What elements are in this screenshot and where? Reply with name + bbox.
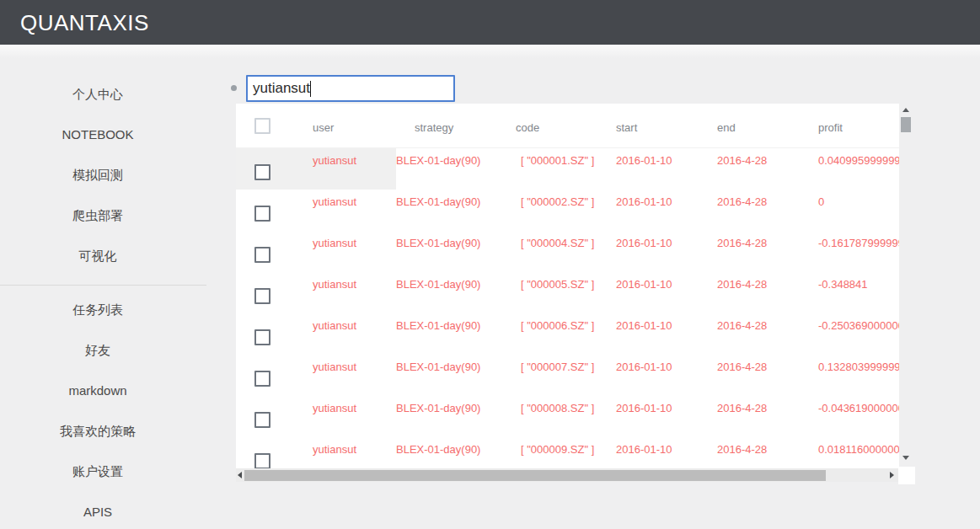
sidebar-divider: [0, 285, 206, 286]
sidebar-item-task-list[interactable]: 任务列表: [0, 290, 195, 330]
row-checkbox[interactable]: [254, 288, 270, 304]
cell-end: 2016-4-28: [716, 231, 817, 272]
cell-profit: 0: [817, 190, 899, 231]
vertical-scrollbar-thumb[interactable]: [901, 117, 911, 132]
row-checkbox[interactable]: [254, 412, 270, 428]
row-checkbox[interactable]: [254, 453, 270, 468]
cell-code: [ "000008.SZ" ]: [514, 396, 615, 437]
cell-user: yutiansut: [295, 272, 396, 313]
table-row: yutiansut BLEX-01-day(90) [ "000007.SZ" …: [236, 355, 899, 396]
table-row: yutiansut BLEX-01-day(90) [ "000005.SZ" …: [236, 272, 899, 313]
cell-strategy: BLEX-01-day(90): [396, 148, 514, 190]
cell-start: 2016-01-10: [615, 355, 716, 396]
cell-user: yutiansut: [295, 396, 396, 437]
user-search-input[interactable]: [246, 75, 455, 102]
cell-profit: -0.2503690000000: [817, 313, 899, 355]
table-row: yutiansut BLEX-01-day(90) [ "000008.SZ" …: [236, 396, 899, 437]
column-header-code: code: [514, 104, 615, 147]
cell-strategy: BLEX-01-day(90): [396, 190, 514, 231]
cell-code: [ "000007.SZ" ]: [514, 355, 615, 396]
cell-user: yutiansut: [295, 437, 396, 468]
sidebar-item-personal-center[interactable]: 个人中心: [0, 74, 195, 115]
cell-start: 2016-01-10: [615, 313, 716, 355]
sidebar-item-friends[interactable]: 好友: [0, 330, 195, 371]
scrollbar-corner: [898, 467, 915, 484]
text-cursor: [310, 81, 311, 97]
app-title: QUANTAXIS: [20, 9, 149, 35]
cell-strategy: BLEX-01-day(90): [396, 313, 514, 355]
results-table: user strategy code start end profit yuti…: [236, 104, 899, 468]
cell-user: yutiansut: [295, 313, 396, 355]
sidebar-item-notebook[interactable]: NOTEBOOK: [0, 115, 195, 155]
column-header-user: user: [295, 104, 396, 147]
cell-user: yutiansut: [295, 190, 396, 231]
cell-profit: -0.1617879999999: [817, 231, 899, 272]
cell-user: yutiansut: [295, 355, 396, 396]
table-row: yutiansut BLEX-01-day(90) [ "000006.SZ" …: [236, 313, 899, 355]
table-row: yutiansut BLEX-01-day(90) [ "000009.SZ" …: [236, 437, 899, 468]
cell-user: yutiansut: [295, 231, 396, 272]
cell-profit: 0.0409959999999: [817, 148, 899, 190]
checkbox-cell: [236, 313, 295, 355]
sidebar-group-secondary: 任务列表 好友 markdown 我喜欢的策略 账户设置 APIS: [0, 290, 195, 529]
checkbox-cell: [236, 272, 295, 313]
cell-profit: 0.0181160000000: [817, 437, 899, 468]
horizontal-scrollbar[interactable]: [236, 468, 898, 482]
column-header-start: start: [615, 104, 716, 147]
row-checkbox[interactable]: [254, 206, 270, 222]
sidebar-group-main: 个人中心 NOTEBOOK 模拟回测 爬虫部署 可视化: [0, 74, 195, 276]
sidebar-item-markdown[interactable]: markdown: [0, 371, 195, 411]
quantaxis-app: QUANTAXIS 个人中心 NOTEBOOK 模拟回测 爬虫部署 可视化 任务…: [0, 0, 980, 529]
scroll-up-icon[interactable]: [902, 108, 909, 112]
sidebar-item-crawler-deploy[interactable]: 爬虫部署: [0, 195, 195, 236]
sidebar-item-favorite-strategies[interactable]: 我喜欢的策略: [0, 411, 195, 452]
checkbox-cell: [236, 396, 295, 437]
row-checkbox[interactable]: [254, 371, 270, 387]
list-bullet-icon: [231, 85, 237, 91]
sidebar-item-backtest[interactable]: 模拟回测: [0, 155, 195, 195]
scroll-left-icon[interactable]: [238, 472, 242, 478]
table-row: yutiansut BLEX-01-day(90) [ "000004.SZ" …: [236, 231, 899, 272]
column-header-profit: profit: [817, 104, 899, 147]
sidebar-item-account-settings[interactable]: 账户设置: [0, 452, 195, 492]
app-header: QUANTAXIS: [0, 0, 980, 45]
cell-end: 2016-4-28: [716, 272, 817, 313]
sidebar: 个人中心 NOTEBOOK 模拟回测 爬虫部署 可视化 任务列表 好友 mark…: [0, 45, 206, 529]
row-checkbox[interactable]: [254, 329, 270, 345]
cell-start: 2016-01-10: [615, 437, 716, 468]
checkbox-cell: [236, 190, 295, 231]
cell-strategy: BLEX-01-day(90): [396, 231, 514, 272]
sidebar-item-visualization[interactable]: 可视化: [0, 236, 195, 276]
cell-start: 2016-01-10: [615, 396, 716, 437]
sidebar-item-apis[interactable]: APIS: [0, 492, 195, 529]
checkbox-cell: [236, 355, 295, 396]
cell-strategy: BLEX-01-day(90): [396, 396, 514, 437]
row-checkbox[interactable]: [254, 164, 270, 180]
cell-code: [ "000002.SZ" ]: [514, 190, 615, 231]
select-all-checkbox[interactable]: [254, 118, 270, 134]
cell-start: 2016-01-10: [615, 148, 716, 190]
scroll-right-icon[interactable]: [890, 472, 894, 478]
checkbox-cell: [236, 231, 295, 272]
row-checkbox[interactable]: [254, 247, 270, 263]
header-checkbox-cell: [236, 104, 295, 147]
cell-strategy: BLEX-01-day(90): [396, 437, 514, 468]
horizontal-scrollbar-thumb[interactable]: [244, 470, 826, 481]
checkbox-cell: [236, 148, 295, 190]
cell-profit: -0.348841: [817, 272, 899, 313]
cell-strategy: BLEX-01-day(90): [396, 355, 514, 396]
cell-code: [ "000005.SZ" ]: [514, 272, 615, 313]
cell-start: 2016-01-10: [615, 190, 716, 231]
column-header-end: end: [716, 104, 817, 147]
cell-end: 2016-4-28: [716, 437, 817, 468]
scroll-down-icon[interactable]: [902, 456, 909, 460]
table-row: yutiansut BLEX-01-day(90) [ "000002.SZ" …: [236, 190, 899, 231]
vertical-scrollbar[interactable]: [901, 105, 911, 468]
cell-end: 2016-4-28: [716, 190, 817, 231]
cell-user: yutiansut: [295, 148, 396, 190]
cell-start: 2016-01-10: [615, 231, 716, 272]
cell-end: 2016-4-28: [716, 148, 817, 190]
cell-code: [ "000006.SZ" ]: [514, 313, 615, 355]
checkbox-cell: [236, 437, 295, 468]
cell-end: 2016-4-28: [716, 355, 817, 396]
